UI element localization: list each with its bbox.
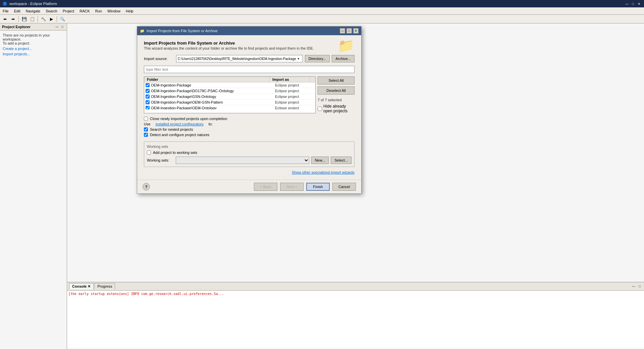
minimize-button[interactable]: — <box>625 1 629 6</box>
console-maximize-btn[interactable]: □ <box>637 284 642 289</box>
detect-natures-checkbox[interactable] <box>144 133 148 137</box>
menu-search[interactable]: Search <box>43 8 60 14</box>
projects-list: Folder Import as OEM-Ingestion-Package E… <box>144 76 316 113</box>
no-projects-text: There are no projects in your workspace. <box>3 33 50 41</box>
select-working-set-button[interactable]: Select... <box>331 157 352 164</box>
close-button[interactable]: ✕ <box>637 1 641 6</box>
toolbar-btn-2[interactable]: ➡ <box>9 15 17 23</box>
import-source-input[interactable]: C:\Users\212807042\Desktop\RITE_Website\… <box>176 55 303 62</box>
dialog-subtitle: This wizard analyzes the content of your… <box>144 46 355 50</box>
working-sets-section: Working sets Add project to working sets… <box>144 141 355 167</box>
working-sets-select[interactable] <box>176 157 309 164</box>
filter-input[interactable] <box>144 66 355 73</box>
dialog-minimize-btn[interactable]: — <box>340 28 345 34</box>
hide-open-checkbox[interactable] <box>318 107 322 111</box>
menu-rack[interactable]: RACK <box>77 8 93 14</box>
hide-open-row: Hide already open projects <box>318 104 355 113</box>
menu-navigate[interactable]: Navigate <box>23 8 43 14</box>
configurators-link[interactable]: installed project configurators <box>156 122 204 126</box>
detect-natures-row: Detect and configure project natures <box>144 133 355 137</box>
search-nested-label: Search for nested projects <box>150 127 193 131</box>
col-header-import-as: Import as <box>270 77 310 82</box>
bottom-panel: Console ✕ Progress — □ [the early startu… <box>67 282 644 349</box>
console-minimize-btn[interactable]: — <box>631 284 636 289</box>
search-nested-row: Search for nested projects <box>144 127 355 131</box>
toolbar-btn-5[interactable]: 🔨 <box>40 15 47 23</box>
tab-console[interactable]: Console ✕ <box>69 283 94 289</box>
dialog-heading: Import Projects from File System or Arch… <box>144 41 355 46</box>
panel-content: There are no projects in your workspace.… <box>0 31 67 59</box>
detect-natures-label: Detect and configure project natures <box>150 133 209 137</box>
tab-progress[interactable]: Progress <box>94 283 115 289</box>
toolbar-search[interactable]: 🔍 <box>59 15 66 23</box>
finish-button[interactable]: Finish <box>306 183 330 191</box>
dialog-close-btn[interactable]: ✕ <box>353 28 359 34</box>
import-source-row: Import source: C:\Users\212807042\Deskto… <box>144 55 355 62</box>
menu-window[interactable]: Window <box>105 8 123 14</box>
project-explorer-panel: Project Explorer — □ There are no projec… <box>0 23 67 349</box>
next-button[interactable]: Next > <box>280 183 304 191</box>
project-checkbox-2[interactable] <box>146 89 150 93</box>
project-row: OEM-Ingestion-Package Eclipse project <box>144 82 315 88</box>
menu-run[interactable]: Run <box>93 8 105 14</box>
project-checkbox-1[interactable] <box>146 83 150 87</box>
projects-list-body[interactable]: OEM-Ingestion-Package Eclipse project OE… <box>144 82 315 109</box>
deselect-all-button[interactable]: Deselect All <box>318 86 355 95</box>
dialog-restore-btn[interactable]: □ <box>346 28 352 34</box>
directory-button[interactable]: Directory... <box>305 55 330 62</box>
project-name-4: OEM-Ingestion-Package\OEM-GSN-Pattern <box>151 100 275 104</box>
filter-row <box>144 66 355 73</box>
to-text: to: <box>209 122 213 126</box>
close-imported-row: Close newly imported projects upon compl… <box>144 117 355 121</box>
toolbar-btn-4[interactable]: 📋 <box>29 15 36 23</box>
dialog-title: Import Projects from File System or Arch… <box>147 29 218 33</box>
close-imported-checkbox[interactable] <box>144 117 148 121</box>
project-checkbox-5[interactable] <box>146 106 150 109</box>
project-checkbox-4[interactable] <box>146 100 150 104</box>
search-nested-checkbox[interactable] <box>144 127 148 131</box>
import-source-label: Import source: <box>144 57 174 61</box>
panel-maximize-btn[interactable]: □ <box>60 24 65 29</box>
title-bar: 🔵 workspace - Eclipse Platform — □ ✕ <box>0 0 644 7</box>
cancel-button[interactable]: Cancel <box>332 183 356 191</box>
add-working-set-label: Add project to working sets <box>153 151 197 155</box>
project-row: OEM-Ingestion-Package\OEM-Ontology Eclip… <box>144 105 315 109</box>
toolbar-btn-6[interactable]: ▶ <box>48 15 55 23</box>
use-configurators-row: Use installed project configurators to: <box>144 122 355 126</box>
project-row: OEM-Ingestion-Package\GSN-Ontology Eclip… <box>144 94 315 100</box>
archive-button[interactable]: Archive... <box>332 55 355 62</box>
toolbar-btn-1[interactable]: ⬅ <box>1 15 9 23</box>
close-imported-label: Close newly imported projects upon compl… <box>150 117 227 121</box>
projects-list-header: Folder Import as <box>144 77 315 82</box>
menu-bar: File Edit Navigate Search Project RACK R… <box>0 7 644 15</box>
menu-edit[interactable]: Edit <box>11 8 23 14</box>
use-text: Use <box>144 122 151 126</box>
import-source-value: C:\Users\212807042\Desktop\RITE_Website\… <box>178 57 296 61</box>
menu-help[interactable]: Help <box>123 8 136 14</box>
add-working-set-checkbox[interactable] <box>147 151 151 155</box>
project-name-5: OEM-Ingestion-Package\OEM-Ontology <box>151 106 275 109</box>
specialized-wizards-link[interactable]: Show other specialized import wizards <box>292 170 355 174</box>
dialog-icon-small: 📁 <box>140 29 145 33</box>
working-sets-label: Working sets: <box>147 158 174 162</box>
back-button[interactable]: < Back <box>254 183 277 191</box>
maximize-button[interactable]: □ <box>631 1 635 6</box>
dialog-body: Import Projects from File System or Arch… <box>137 35 361 180</box>
toolbar-separator-3 <box>57 16 57 22</box>
menu-file[interactable]: File <box>0 8 11 14</box>
toolbar-btn-3[interactable]: 💾 <box>20 15 28 23</box>
new-working-set-button[interactable]: New... <box>311 157 329 164</box>
toolbar: ⬅ ➡ 💾 📋 🔨 ▶ 🔍 <box>0 15 644 23</box>
help-button[interactable]: ? <box>143 183 150 190</box>
project-checkbox-3[interactable] <box>146 95 150 99</box>
hide-open-label: Hide already open projects <box>323 104 355 113</box>
panel-minimize-btn[interactable]: — <box>55 24 59 29</box>
import-dialog: 📁 Import Projects from File System or Ar… <box>137 26 362 194</box>
import-projects-link[interactable]: Import projects... <box>3 52 64 56</box>
wizards-link-row: Show other specialized import wizards <box>144 170 355 174</box>
console-content: [the early startup extensions] INFO com.… <box>67 291 644 348</box>
menu-project[interactable]: Project <box>60 8 77 14</box>
project-name-3: OEM-Ingestion-Package\GSN-Ontology <box>151 95 275 99</box>
create-project-link[interactable]: Create a project... <box>3 47 64 51</box>
select-all-button[interactable]: Select All <box>318 76 355 84</box>
